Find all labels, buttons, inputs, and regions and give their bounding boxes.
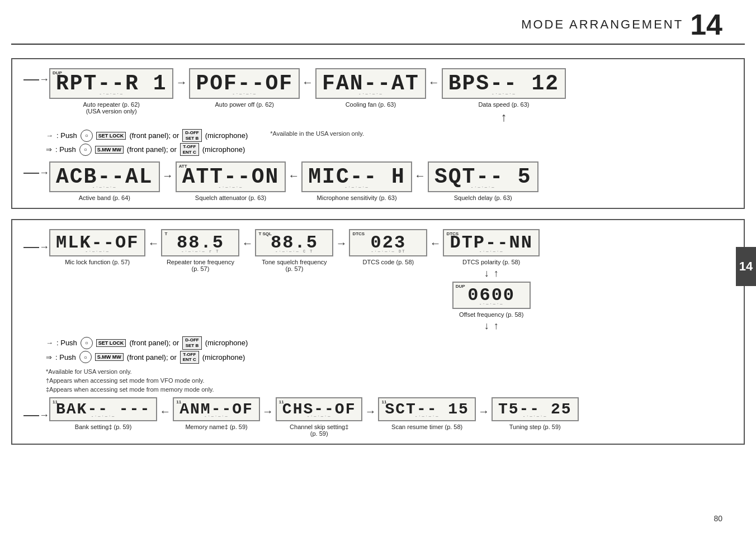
note1: *Available in the USA version only. — [270, 129, 364, 157]
s2-arrow4: ← — [427, 237, 443, 250]
lcd-t5: T5-- 25 -·—·—·— — [492, 397, 579, 421]
s2-push-icon1: ○ — [81, 337, 93, 349]
mode-fan: FAN--AT -·—·—·— Cooling fan (p. 63) — [315, 68, 426, 108]
push-row1: → : Push ○ SET LOCK (front panel); or D-… — [46, 129, 248, 142]
toff-btn: T-OFFENT C — [180, 143, 199, 156]
s2-setlock-btn: SET LOCK — [96, 339, 126, 347]
mode-rpt: DUP RPT--R 1 -·—·—·— Auto repeater (p. 6… — [49, 68, 173, 115]
mode-pof: POF--OF -·—·—·— Auto power off (p. 62) — [189, 68, 300, 108]
arrow6: ← — [412, 169, 428, 182]
lcd-mlk: MLK--OF -·—·—·— — [49, 229, 145, 256]
s2-note2: †Appears when accessing set mode from VF… — [46, 377, 733, 384]
push-icon1: ○ — [81, 130, 93, 142]
lcd-tone-rep: T 88.5 -·—·—·— r T — [161, 229, 239, 256]
smw-btn: S.MW MW — [95, 146, 124, 154]
label-pof: Auto power off (p. 62) — [215, 101, 274, 108]
push-area: → : Push ○ SET LOCK (front panel); or D-… — [46, 129, 733, 157]
label-att: Squelch attenuator (p. 63) — [195, 194, 266, 201]
lcd-tsql: T SQL 88.5 -·—·—·— C T — [255, 229, 333, 256]
doff-btn: D-OFFSET B — [182, 129, 201, 142]
lcd-chs: 11 CHS--OF -·—·—·— — [276, 397, 363, 421]
s2-entry2: → — [23, 403, 49, 421]
s2-note1: *Available for USA version only. — [46, 368, 733, 375]
label-dtp: DTCS polarity (p. 58) — [462, 259, 520, 265]
lcd-bps: BPS-- 12 -·—·—·— — [442, 68, 566, 99]
s2-push-row2: ⇒ : Push ○ S.MW MW (front panel); or T-O… — [46, 351, 733, 364]
s2-smw-btn: S.MW MW — [95, 353, 124, 361]
label-chs: Channel skip setting‡ (p. 59) — [290, 423, 348, 437]
s2-note3: ‡Appears when accessing set mode from me… — [46, 386, 733, 393]
push-row2: ⇒ : Push ○ S.MW MW (front panel); or T-O… — [46, 143, 248, 156]
setlock-btn: SET LOCK — [96, 132, 126, 140]
label-anm: Memory name‡ (p. 59) — [185, 423, 247, 430]
push-arrow-dashed: ⇒ — [46, 145, 52, 154]
mode-dtcs: DTCS 023 -·—·—·— DT DTCS code (p. 58) — [349, 229, 427, 265]
mode-bps: BPS-- 12 -·—·—·— Data speed (p. 63) ↑ — [442, 68, 566, 125]
lcd-pof: POF--OF -·—·—·— — [189, 68, 300, 99]
arrow1: → — [173, 76, 189, 89]
label-mlk: Mic lock function (p. 57) — [65, 259, 130, 265]
arrow3: ← — [426, 76, 442, 89]
label-mic: Microphone sensitivity (p. 63) — [317, 194, 397, 201]
label-sct: Scan resume timer (p. 58) — [391, 423, 462, 430]
label-fan: Cooling fan (p. 63) — [346, 101, 396, 108]
dtp-arrows: ↓ ↑ — [484, 268, 499, 279]
s2-arrow3: → — [333, 237, 349, 250]
lcd-sqt: SQT-- 5 -·—·—·— — [428, 161, 538, 192]
mode-acb: ACB--AL -·—·—·— Active band (p. 64) — [49, 161, 160, 201]
s2-r2-arrow3: → — [362, 405, 378, 418]
section2-row2: → 11 BAK-- --- -·—·—·— Bank setting‡ (p.… — [23, 397, 733, 437]
mode-anm: 11 ANM--OF -·—·—·— Memory name‡ (p. 59) — [173, 397, 260, 430]
offset-arrows: ↓ ↑ — [484, 320, 499, 332]
section1-row1: → DUP RPT--R 1 -·—·—·— Auto repeater (p.… — [23, 68, 733, 125]
label-dtcs: DTCS code (p. 58) — [363, 259, 414, 265]
s2-toff-btn: T-OFFENT C — [180, 351, 199, 364]
lcd-rpt: DUP RPT--R 1 -·—·—·— — [49, 68, 173, 99]
s2-r2-arrow4: → — [476, 405, 492, 418]
mode-dtp: DTCS DTP--NN -·—·—·— DTCS polarity (p. 5… — [443, 229, 539, 332]
push-arrow-solid: → — [46, 131, 53, 140]
s2-arrow1: ← — [145, 237, 161, 250]
entry-arrow-area: → — [23, 74, 49, 85]
side-badge: 14 — [736, 247, 756, 286]
header-title: MODE ARRANGEMENT — [521, 17, 683, 32]
arrow2: ← — [300, 76, 315, 89]
label-sqt: Squelch delay (p. 63) — [454, 194, 512, 201]
mode-sqt: SQT-- 5 -·—·—·— Squelch delay (p. 63) — [428, 161, 538, 201]
lcd-anm: 11 ANM--OF -·—·—·— — [173, 397, 260, 421]
label-rpt: Auto repeater (p. 62) (USA version only) — [83, 101, 140, 115]
section1: → DUP RPT--R 1 -·—·—·— Auto repeater (p.… — [11, 58, 745, 209]
s2-push-area: → : Push ○ SET LOCK (front panel); or D-… — [46, 336, 733, 363]
lcd-att: ATT ATT--ON -·—·—·— — [176, 161, 286, 192]
section2-row1: → MLK--OF -·—·—·— Mic lock function (p. … — [23, 229, 733, 332]
label-bak: Bank setting‡ (p. 59) — [75, 423, 132, 430]
s2-doff-btn: D-OFFSET B — [182, 336, 201, 349]
lcd-dtcs: DTCS 023 -·—·—·— DT — [349, 229, 427, 256]
label-acb: Active band (p. 64) — [79, 194, 130, 201]
label-bps: Data speed (p. 63) — [478, 101, 529, 108]
page-header: MODE ARRANGEMENT 14 — [11, 0, 745, 45]
s2-notes: *Available for USA version only. †Appear… — [46, 368, 733, 393]
page-number: 80 — [714, 514, 722, 523]
mode-sct: 11 SCT-- 15 -·—·—·— Scan resume timer (p… — [378, 397, 475, 430]
entry-arrow2: → — [23, 167, 49, 179]
s2-r2-arrow2: → — [260, 405, 276, 418]
arrow5: ← — [286, 169, 301, 182]
lcd-sct: 11 SCT-- 15 -·—·—·— — [378, 397, 475, 421]
mode-mlk: MLK--OF -·—·—·— Mic lock function (p. 57… — [49, 229, 145, 265]
label-tsql: Tone squelch frequency (p. 57) — [262, 259, 327, 272]
label-t5: Tuning step (p. 59) — [509, 423, 561, 430]
s2-push-row1: → : Push ○ SET LOCK (front panel); or D-… — [46, 336, 733, 349]
mode-att: ATT ATT--ON -·—·—·— Squelch attenuator (… — [176, 161, 286, 201]
mode-bak: 11 BAK-- --- -·—·—·— Bank setting‡ (p. 5… — [49, 397, 157, 430]
lcd-mic: MIC-- H -·—·—·— — [301, 161, 412, 192]
mode-chs: 11 CHS--OF -·—·—·— Channel skip setting‡… — [276, 397, 363, 437]
lcd-dtp: DTCS DTP--NN -·—·—·— — [443, 229, 539, 256]
mode-tone-rep: T 88.5 -·—·—·— r T Repeater tone frequen… — [161, 229, 239, 272]
label-offset: Offset frequency (p. 58) — [459, 311, 523, 318]
s2-entry: → — [23, 235, 49, 253]
push-instructions-1: → : Push ○ SET LOCK (front panel); or D-… — [46, 129, 248, 157]
section2: → MLK--OF -·—·—·— Mic lock function (p. … — [11, 219, 745, 444]
mode-mic: MIC-- H -·—·—·— Microphone sensitivity (… — [301, 161, 412, 201]
label-tone-rep: Repeater tone frequency (p. 57) — [167, 259, 234, 272]
